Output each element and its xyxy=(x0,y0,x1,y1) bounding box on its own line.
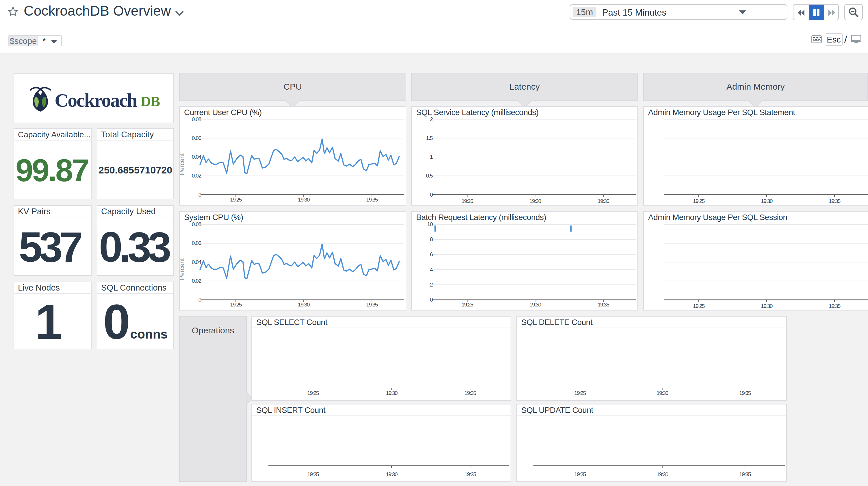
svg-text:Cockroach: Cockroach xyxy=(55,90,137,111)
svg-text:DB: DB xyxy=(141,93,160,109)
